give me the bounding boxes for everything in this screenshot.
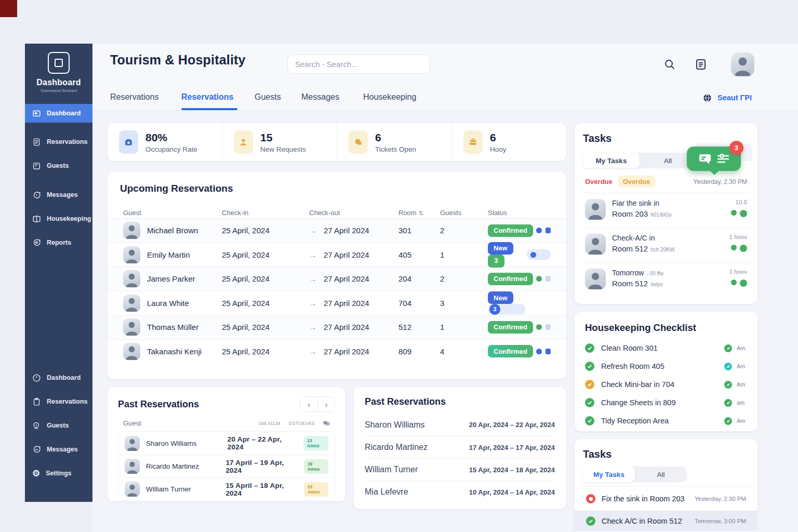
checkin-date: 25 April, 2024 [222,299,309,308]
user-avatar[interactable] [731,52,754,76]
status-dots [729,280,747,287]
sidebar-bottom-item-dashboard[interactable]: Dashboard [25,366,92,390]
search-icon[interactable] [663,58,676,71]
chat-icon [699,153,712,165]
sidebar-bottom-item-guests[interactable]: Guests [25,414,92,437]
task-extra: hch 20KW [650,247,674,252]
clipboard-icon [32,397,41,406]
table-row[interactable]: James Parker 25 April, 2024 →27 April 20… [108,267,566,291]
list-item[interactable]: Ricardo Martinez 17 Apr, 2024 – 17 Apr, … [365,436,555,458]
list-item[interactable]: Sharon Williams 20 Apr, 2024 – 22 Apr, 2… [365,414,555,436]
sidebar-item-label: Reservations [47,398,88,405]
tab-messages[interactable]: Messages [301,92,339,102]
table-row[interactable]: Takanashi Kenji 25 April, 2024 →27 April… [108,339,566,364]
row-indicators[interactable] [527,249,551,260]
tab-all[interactable]: All [635,467,687,482]
count-badge: 3 [488,255,504,268]
tab-my-tasks[interactable]: My Tasks [583,467,635,482]
tab-guests[interactable]: Guests [255,92,281,102]
notes-icon[interactable] [695,58,707,71]
sidebar-bottom-item-messages[interactable]: Messages [25,437,92,461]
checkin-date: 25 April, 2024 [222,323,309,331]
reports-icon [32,238,41,247]
table-row[interactable]: Michael Brown 25 April, 2024 →27 April 2… [108,218,566,243]
list-item[interactable]: Mia Lefevre 10 Apr, 2024 – 14 Apr, 2024 [365,481,555,503]
search-input[interactable] [295,60,422,69]
upcoming-reservations-card: Upcoming Reservations Guest Check-in Che… [108,171,566,379]
notification-count-badge: 3 [729,141,743,155]
sidebar-item-reports[interactable]: Reports [25,231,92,255]
task-item[interactable]: Tomorrow- 00 ffw Room 512/edys 1 hoov [583,262,749,295]
sidebar-item-guests[interactable]: Guests [25,154,92,178]
check-icon [724,363,732,370]
list-item[interactable]: Sharon Williams 20 Apr – 22 Apr, 2024 13… [118,432,335,455]
tab-reservations-1[interactable]: Reservations [110,92,158,102]
sidebar-logo-subtitle: Teamwased Benbard [29,89,88,92]
status-badge: Confirmed [488,321,533,334]
overdue-record-icon [586,494,595,503]
task-label: Fix the sink in Room 203 [602,495,685,503]
task-time: 10.0 [731,199,747,205]
sidebar-bottom-item-reservations[interactable]: Reservations [25,390,92,414]
date-range: 15 April – 18 Apr, 2024 [225,482,298,497]
sidebar-item-label: Housekeeping [47,215,91,222]
count-badge: 3 [489,304,500,315]
guest-count: 1 [440,250,488,259]
col-guests: Guests [440,209,488,217]
tab-my-tasks[interactable]: My Tasks [583,153,640,168]
date-range: 17 Apr, 2024 – 17 Apr, 2024 [469,444,555,451]
list-item[interactable]: William Turner 15 April – 18 Apr, 2024 2… [118,477,335,500]
row-indicators[interactable] [536,349,551,354]
user-link[interactable]: Seaut ΓΡΙ [717,94,752,102]
sidebar-item-reservations[interactable]: Reservations [25,130,92,154]
task-item[interactable]: Check-A/C in Room 512hch 20KW 1 hoov [583,228,749,260]
guest-count: 2 [440,226,488,235]
checklist-item[interactable]: Refresh Room 405 Am [585,358,747,375]
col-room[interactable]: Room ⇅ [398,209,440,217]
task-extra: /edys [650,282,663,287]
sidebar-item-label: Reservations [47,138,88,145]
camera-icon [119,130,138,154]
search-box[interactable] [287,55,430,74]
col-status: Status [488,209,551,217]
prev-page-button[interactable]: ‹ [300,397,317,411]
sort-icon: ⇅ [418,210,423,216]
list-item[interactable]: Ricardo Martinez 17 April – 19 Apr, 2024… [118,455,335,477]
task-line2: Room 512 [612,279,648,288]
table-row[interactable]: Emily Martin 25 April, 2024 →27 April 20… [108,243,566,267]
sidebar-item-housekeeping[interactable]: Housekeeping [25,207,92,231]
checklist-item[interactable]: Tidy Reception Area Am [585,413,747,429]
sidebar-item-messages[interactable]: Messages [25,183,92,207]
room-number: 704 [398,299,440,308]
table-row[interactable]: Laura White 25 April, 2024 →27 April 202… [108,291,566,315]
card-view-icon[interactable] [323,420,330,426]
row-indicators[interactable] [536,324,551,330]
task-item[interactable]: Fix the sink in Room 203 Yesterday, 2.30… [583,489,749,509]
stat-occupancy: 80% Occupancy Rate [108,123,222,161]
sidebar-item-dashboard[interactable]: Dashboard [25,104,92,123]
guest-count: 4 [440,347,488,356]
stat-label: Tickets Open [375,145,416,153]
task-item[interactable]: Fiar the sink in Room 203h01/6IGy 10.0 [583,193,749,225]
avatar [125,459,140,474]
next-page-button[interactable]: › [317,397,335,411]
avatar [585,269,606,289]
reservations-icon [32,138,41,147]
table-row[interactable]: Thomas Müller 25 April, 2024 →27 April 2… [108,315,566,339]
list-item[interactable]: William Turner 15 Apr, 2024 – 18 Apr, 20… [365,458,555,481]
checklist-label: Check Mini-bar in 704 [601,380,674,389]
task-line2: Room 203 [612,209,648,218]
dashboard-icon [32,109,41,118]
checklist-item[interactable]: Check Mini-bar in 704 Am [585,376,747,393]
row-indicators[interactable] [536,276,551,282]
task-item[interactable]: Check A/C in Room 512 Tomorrow, 3:00 PM [575,511,757,531]
checklist-item[interactable]: Clean Room 301 Am [585,340,747,356]
checklist-item[interactable]: Change Sheets in 809 am [585,394,747,411]
tab-reservations-active[interactable]: Reservations [181,92,234,102]
row-indicators[interactable] [536,228,551,233]
sidebar-item-label: Guests [47,422,69,429]
tab-housekeeping[interactable]: Housekeeping [363,92,416,102]
stat-value: 80% [145,131,197,144]
sidebar-bottom-item-settings[interactable]: ⚙ Settings [25,461,92,485]
sidebar-item-label: Dashboard [47,374,81,381]
